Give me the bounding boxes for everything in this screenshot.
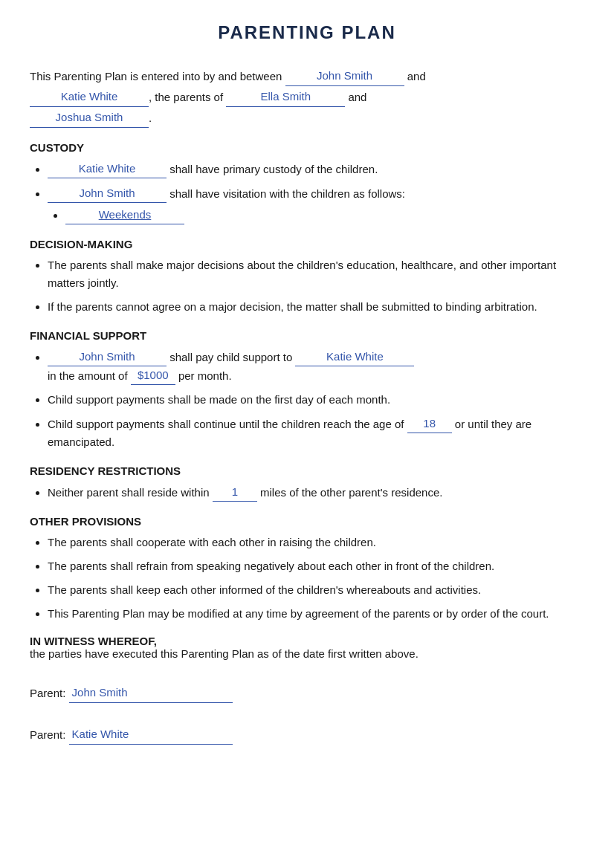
custody-item-1-suffix: shall have primary custody of the childr… xyxy=(169,163,378,175)
amount-field[interactable]: $1000 xyxy=(131,366,175,385)
sig1-field[interactable]: John Smith xyxy=(69,682,233,703)
witness-paragraph: IN WITNESS WHEREOF, the parties have exe… xyxy=(30,635,584,660)
financial-item-3: Child support payments shall continue un… xyxy=(48,415,584,451)
sig1-label: Parent: xyxy=(30,687,65,699)
witness-text: the parties have executed this Parenting… xyxy=(30,647,419,660)
residency-section: RESIDENCY RESTRICTIONS Neither parent sh… xyxy=(30,464,584,502)
sig2-label: Parent: xyxy=(30,728,65,741)
miles-field[interactable]: 1 xyxy=(213,483,257,502)
other-provisions-heading: OTHER PROVISIONS xyxy=(30,515,584,528)
age-prefix-text: Child support payments shall continue un… xyxy=(48,418,404,430)
page-title: PARENTING PLAN xyxy=(30,22,584,43)
residency-suffix: miles of the other parent's residence. xyxy=(260,486,443,499)
conjunction1: and xyxy=(407,70,426,82)
age-field[interactable]: 18 xyxy=(407,415,452,433)
custody-item-1: Katie White shall have primary custody o… xyxy=(48,160,584,178)
financial-support-section: FINANCIAL SUPPORT John Smith shall pay c… xyxy=(30,329,584,451)
other-provisions-section: OTHER PROVISIONS The parents shall coope… xyxy=(30,515,584,623)
other-provisions-list: The parents shall cooperate with each ot… xyxy=(48,534,584,623)
payer-field[interactable]: John Smith xyxy=(48,348,167,366)
sig2-field[interactable]: Katie White xyxy=(69,724,233,745)
witness-heading: IN WITNESS WHEREOF, xyxy=(30,635,157,647)
parent2-field[interactable]: Katie White xyxy=(30,86,149,107)
child2-field[interactable]: Joshua Smith xyxy=(30,107,149,128)
financial-support-heading: FINANCIAL SUPPORT xyxy=(30,329,584,342)
financial-item-2: Child support payments shall be made on … xyxy=(48,391,584,409)
financial-item-1: John Smith shall pay child support to Ka… xyxy=(48,348,584,385)
other-item-1: The parents shall cooperate with each ot… xyxy=(48,534,584,551)
custody-heading: CUSTODY xyxy=(30,141,584,154)
signature-parent2: Parent: Katie White xyxy=(30,724,584,745)
payee-field[interactable]: Katie White xyxy=(295,348,414,366)
conjunction3: and xyxy=(348,91,366,103)
residency-heading: RESIDENCY RESTRICTIONS xyxy=(30,464,584,477)
residency-list: Neither parent shall reside within 1 mil… xyxy=(48,483,584,502)
other-item-2: The parents shall refrain from speaking … xyxy=(48,557,584,575)
decision-making-heading: DECISION-MAKING xyxy=(30,238,584,250)
decision-making-section: DECISION-MAKING The parents shall make m… xyxy=(30,238,584,316)
signature-block: Parent: John Smith Parent: Katie White xyxy=(30,682,584,745)
residency-prefix: Neither parent shall reside within xyxy=(48,486,210,499)
custody-item-2: John Smith shall have visitation with th… xyxy=(48,184,584,224)
decision-item-1: The parents shall make major decisions a… xyxy=(48,256,584,292)
custody-parent2-field[interactable]: John Smith xyxy=(48,184,167,203)
custody-section: CUSTODY Katie White shall have primary c… xyxy=(30,141,584,224)
witness-section: IN WITNESS WHEREOF, the parties have exe… xyxy=(30,635,584,660)
conjunction2: , the parents of xyxy=(149,91,223,103)
other-item-4: This Parenting Plan may be modified at a… xyxy=(48,605,584,623)
per-month-text: per month. xyxy=(178,369,232,382)
custody-list: Katie White shall have primary custody o… xyxy=(48,160,584,224)
custody-parent1-field[interactable]: Katie White xyxy=(48,160,167,178)
intro-paragraph: This Parenting Plan is entered into by a… xyxy=(30,65,584,128)
other-item-3: The parents shall keep each other inform… xyxy=(48,581,584,599)
custody-item-2-suffix: shall have visitation with the children … xyxy=(169,187,405,200)
visitation-list: Weekends xyxy=(65,206,584,224)
intro-prefix: This Parenting Plan is entered into by a… xyxy=(30,70,282,82)
shall-pay-text: shall pay child support to xyxy=(169,351,295,363)
financial-list: John Smith shall pay child support to Ka… xyxy=(48,348,584,451)
period: . xyxy=(149,111,152,124)
child1-field[interactable]: Ella Smith xyxy=(226,86,345,107)
residency-item: Neither parent shall reside within 1 mil… xyxy=(48,483,584,502)
decision-making-list: The parents shall make major decisions a… xyxy=(48,256,584,316)
parent1-field[interactable]: John Smith xyxy=(285,65,404,86)
visitation-field[interactable]: Weekends xyxy=(65,206,184,224)
decision-item-2: If the parents cannot agree on a major d… xyxy=(48,298,584,316)
signature-parent1: Parent: John Smith xyxy=(30,682,584,703)
amount-prefix-text: in the amount of xyxy=(48,369,131,382)
visitation-item: Weekends xyxy=(65,206,584,224)
